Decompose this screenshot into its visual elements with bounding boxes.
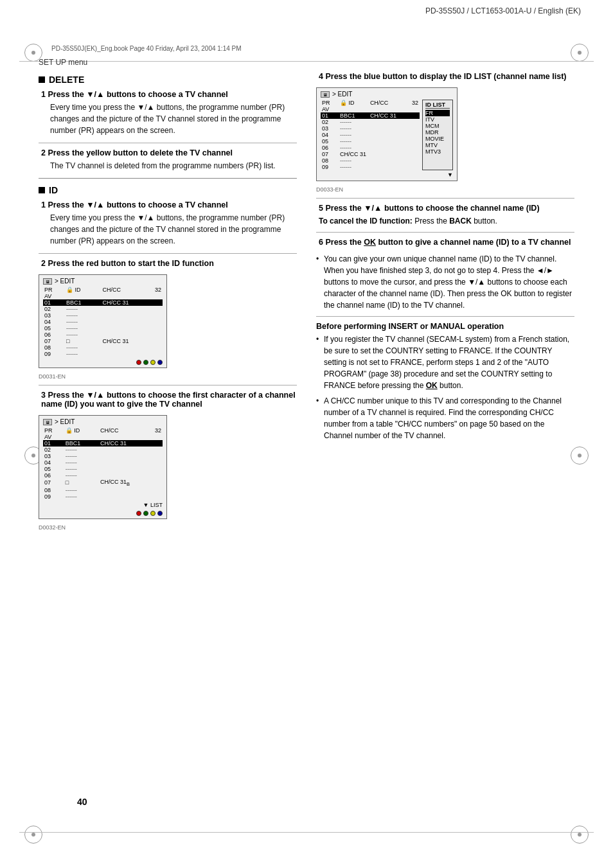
right-step-6: 6 Press the OK button to give a channel … bbox=[319, 238, 574, 247]
id-step2-title: 2 Press the red button to start the ID f… bbox=[41, 259, 297, 268]
id-list-title: ID LIST bbox=[425, 102, 450, 109]
cancel-note: To cancel the ID function: Press the BAC… bbox=[319, 217, 574, 226]
delete-step2-body: The TV channel is deleted from the progr… bbox=[50, 160, 297, 172]
bottom-border-line bbox=[19, 832, 594, 833]
yellow-dot2-icon bbox=[150, 511, 155, 516]
id-step3-title: 3 Press the ▼/▲ buttons to choose the fi… bbox=[41, 391, 297, 409]
screen3-header: 🖥 > EDIT bbox=[321, 91, 453, 98]
two-column-layout: DELETE 1 Press the ▼/▲ buttons to choose… bbox=[39, 72, 574, 531]
delete-bullet-icon bbox=[39, 76, 45, 83]
yellow-dot-icon bbox=[150, 360, 155, 365]
left-column: DELETE 1 Press the ▼/▲ buttons to choose… bbox=[39, 72, 297, 531]
file-info: PD-35S50J(EK)_Eng.book Page 40 Friday, A… bbox=[51, 45, 242, 52]
right-column: 4 Press the blue button to display the I… bbox=[316, 72, 574, 445]
id-list-item-mdr: MDR bbox=[425, 129, 450, 136]
blue-dot2-icon bbox=[157, 511, 163, 516]
id-list-item-movie: MOVIE bbox=[425, 136, 450, 142]
screen2-table: PR 🔒 ID CH/CC 32 AV 01 BBC1 CH/C bbox=[43, 427, 163, 500]
screen3-table: PR 🔒 ID CH/CC 32 AV 01 BBC bbox=[321, 100, 420, 170]
divider-before bbox=[316, 316, 574, 317]
blue-dot-icon bbox=[157, 360, 163, 365]
id-bullet-icon bbox=[39, 187, 45, 193]
id-step-3: 3 Press the ▼/▲ buttons to choose the fi… bbox=[41, 391, 297, 409]
id-heading: ID bbox=[39, 185, 297, 195]
id-step1-body: Every time you press the ▼/▲ buttons, th… bbox=[50, 212, 297, 247]
list-label: ▼ LIST bbox=[143, 502, 163, 508]
screen-mock-2: 🖥 > EDIT PR 🔒 ID CH/CC 32 AV bbox=[39, 415, 167, 519]
right-step6-title: 6 Press the OK button to give a channel … bbox=[319, 238, 574, 247]
right-step-5: 5 Press the ▼/▲ buttons to choose the ch… bbox=[319, 204, 574, 226]
id-list-item-itv: ITV bbox=[425, 116, 450, 123]
screen2-remote-icons bbox=[43, 511, 163, 516]
right-step-4: 4 Press the blue button to display the I… bbox=[319, 72, 574, 81]
divider-delete-id bbox=[39, 178, 297, 179]
section-label: SET UP menu bbox=[39, 58, 574, 67]
divider-id-1 bbox=[39, 253, 297, 254]
id-list-box: ID LIST FR ITV MCM MDR MOVIE MTV MTV3 bbox=[422, 100, 453, 170]
red-dot2-icon bbox=[136, 511, 141, 516]
delete-heading: DELETE bbox=[39, 75, 297, 85]
divider-id-3 bbox=[39, 385, 297, 385]
step6-bullets: You can give your own unique channel nam… bbox=[316, 253, 574, 311]
divider-delete-1 bbox=[39, 143, 297, 143]
screen3-code: D0033-EN bbox=[316, 186, 574, 193]
delete-step-1: 1 Press the ▼/▲ buttons to choose a TV c… bbox=[41, 90, 297, 136]
green-dot2-icon bbox=[143, 511, 148, 516]
divider-right-6 bbox=[316, 232, 574, 233]
delete-step2-title: 2 Press the yellow button to delete the … bbox=[41, 148, 297, 157]
page-header: PD-35S50J / LCT1653-001A-U / English (EK… bbox=[0, 6, 613, 15]
delete-step-2: 2 Press the yellow button to delete the … bbox=[41, 148, 297, 172]
header-text: PD-35S50J / LCT1653-001A-U / English (EK… bbox=[425, 6, 581, 15]
green-dot-icon bbox=[143, 360, 148, 365]
screen1-edit-label: > EDIT bbox=[55, 278, 75, 285]
red-dot-icon bbox=[136, 360, 141, 365]
screen3-arrow: ▼ bbox=[321, 172, 453, 178]
id-list-item-fr: FR bbox=[425, 110, 450, 116]
screen1-code: D0031-EN bbox=[39, 373, 297, 380]
screen1-header: 🖥 > EDIT bbox=[43, 278, 163, 285]
before-heading: Before performing INSERT or MANUAL opera… bbox=[316, 322, 574, 331]
screen3-icon: 🖥 bbox=[321, 91, 330, 98]
delete-step1-title: 1 Press the ▼/▲ buttons to choose a TV c… bbox=[41, 90, 297, 99]
screen1-remote-icons bbox=[43, 360, 163, 365]
page-number: 40 bbox=[77, 797, 87, 807]
screen2-edit-label: > EDIT bbox=[55, 418, 75, 425]
screen1-table: PR 🔒 ID CH/CC 32 AV 01 BBC1 CH/C bbox=[43, 287, 163, 357]
id-step1-title: 1 Press the ▼/▲ buttons to choose a TV c… bbox=[41, 200, 297, 209]
bullet-item-1: You can give your own unique channel nam… bbox=[316, 253, 574, 311]
id-step-1: 1 Press the ▼/▲ buttons to choose a TV c… bbox=[41, 200, 297, 247]
right-step4-title: 4 Press the blue button to display the I… bbox=[319, 72, 574, 81]
before-bullet-2: A CH/CC number unique to this TV and cor… bbox=[316, 395, 574, 441]
content-area: SET UP menu DELETE 1 Press the ▼/▲ butto… bbox=[39, 58, 574, 829]
divider-right-5 bbox=[316, 198, 574, 199]
id-list-item-mtv3: MTV3 bbox=[425, 148, 450, 155]
screen2-header: 🖥 > EDIT bbox=[43, 418, 163, 425]
id-list-item-mcm: MCM bbox=[425, 123, 450, 129]
id-step-2: 2 Press the red button to start the ID f… bbox=[41, 259, 297, 268]
screen3-edit-label: > EDIT bbox=[332, 91, 352, 98]
delete-step1-body: Every time you press the ▼/▲ buttons, th… bbox=[50, 102, 297, 136]
screen2-icon: 🖥 bbox=[43, 419, 52, 425]
before-bullet-1: If you register the TV channel (SECAM-L … bbox=[316, 333, 574, 391]
screen1-icon: 🖥 bbox=[43, 278, 52, 285]
before-bullets: If you register the TV channel (SECAM-L … bbox=[316, 333, 574, 441]
right-step5-title: 5 Press the ▼/▲ buttons to choose the ch… bbox=[319, 204, 574, 213]
id-list-item-mtv: MTV bbox=[425, 142, 450, 148]
screen-mock-1: 🖥 > EDIT PR 🔒 ID CH/CC 32 AV bbox=[39, 274, 167, 368]
screen-mock-3: 🖥 > EDIT PR 🔒 ID CH/CC 32 bbox=[316, 87, 458, 181]
screen2-code: D0032-EN bbox=[39, 524, 297, 531]
